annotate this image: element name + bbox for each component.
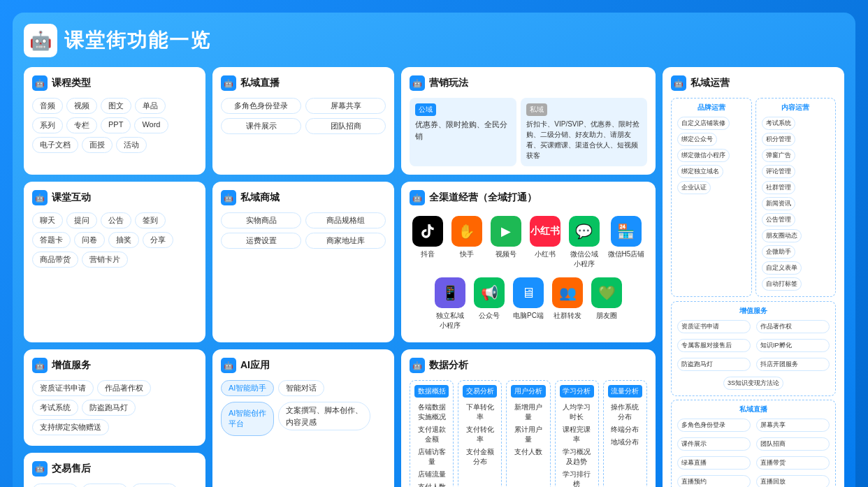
channel-icon: 🤖 [410, 190, 425, 205]
live-multirole: 多角色身份登录 [221, 98, 301, 114]
douyin-icon [412, 216, 443, 247]
mall-icon: 🤖 [221, 190, 236, 205]
transaction-card: 🤖 交易售后 订单管理 售后维权 订单评价 收付款设置 结算中心 提现管理 [24, 453, 205, 488]
traffic-title: 流量分析 [608, 385, 642, 398]
study-item1: 人均学习时长 [560, 401, 594, 423]
marketing-inner: 公域 优惠券、限时抢购、全民分销 私域 折扣卡、VIP/SVIP、优惠券、限时抢… [410, 98, 647, 166]
main-grid: 🤖 课程类型 音频 视频 图文 单品 系列 专栏 PPT Word 电子文档 面… [24, 67, 844, 487]
app-icon: 🤖 [24, 24, 57, 57]
value-added-title: 🤖 增值服务 [32, 358, 197, 373]
study-title: 学习分析 [560, 385, 594, 398]
data-col-summary: 数据概括 各端数据实施概况 支付退款金额 店铺访客量 店铺流量 支付人数 支付订… [410, 380, 454, 487]
page-header: 🤖 课堂街功能一览 [24, 24, 844, 57]
channel-kuaishou: ✋ 快手 [451, 216, 482, 269]
channel-icons: 抖音 ✋ 快手 ▶ 视频号 小红书 小红书 💬 微信公域小程序 [410, 212, 647, 334]
channel-title: 🤖 全渠道经营（全域打通） [410, 190, 647, 205]
pengyou-icon: 💚 [591, 277, 622, 308]
duli-icon: 📱 [435, 277, 465, 308]
va-item7: 3S知识变现方法论 [723, 377, 783, 390]
brand-item5: 企业认证 [677, 181, 711, 194]
tag-refund: 售后维权 [82, 484, 128, 488]
traffic-item3: 地域分布 [608, 436, 642, 449]
cont-item2: 积分管理 [762, 133, 795, 146]
channel-duli: 📱 独立私域小程序 [435, 277, 465, 330]
transaction-tags: 订单管理 售后维权 订单评价 收付款设置 结算中心 提现管理 [32, 484, 197, 488]
private-ops-title: 🤖 私域运营 [671, 75, 836, 91]
brand-item1: 自定义店铺装修 [677, 117, 730, 130]
channel-weixinh5: 🏪 微信H5店铺 [608, 216, 645, 269]
marketing-private: 私域 折扣卡、VIP/SVIP、优惠券、限时抢购、二级分销、好友助力、请朋友看、… [521, 98, 647, 166]
page-container: 🤖 课堂街功能一览 🤖 课程类型 音频 视频 图文 单品 系列 专栏 PPT W… [13, 13, 855, 487]
va-item4: 知识IP孵化 [756, 339, 830, 352]
pl-item2: 屏幕共享 [756, 419, 830, 432]
marketing-public: 公域 优惠券、限时抢购、全民分销 [410, 98, 516, 166]
channel-title-text: 全渠道经营（全域打通） [429, 191, 537, 204]
trade-item3: 支付金额分布 [463, 446, 497, 468]
ai-top-row: AI智能助手 智能对话 [221, 380, 386, 396]
private-mall-title: 🤖 私域商城 [221, 190, 386, 205]
private-live2-section: 私域直播 多角色身份登录 屏幕共享 课件展示 团队招商 绿幕直播 直播带货 直播… [671, 400, 836, 487]
pl-item6: 直播带货 [756, 456, 830, 470]
duli-label: 独立私域小程序 [436, 311, 464, 330]
data-icon: 🤖 [410, 358, 425, 373]
content-ops-title: 内容运营 [760, 103, 832, 112]
va-item6: 抖店开团服务 [756, 358, 830, 371]
brand-ops-title: 品牌运营 [676, 103, 747, 112]
tag-goods: 商品带货 [32, 252, 78, 268]
tag-video: 视频 [66, 98, 97, 114]
channel-wechat: 💬 微信公域小程序 [569, 216, 600, 269]
shequn-label: 社群转发 [554, 311, 581, 321]
tag-ebook: 电子文档 [32, 137, 78, 153]
douyin-label: 抖音 [421, 249, 435, 259]
course-types-card: 🤖 课程类型 音频 视频 图文 单品 系列 专栏 PPT Word 电子文档 面… [24, 67, 205, 175]
content-ops-items: 考试系统 积分管理 弹窗广告 评论管理 社群管理 新闻资讯 公告管理 朋友圈动态… [760, 115, 832, 292]
live-team: 团队招商 [305, 118, 386, 134]
gongzhong-label: 公众号 [479, 311, 500, 321]
shipin-icon: ▶ [491, 216, 521, 247]
tag-lottery: 抽奖 [108, 232, 139, 248]
marketing-icon: 🤖 [410, 75, 425, 91]
wechat-icon: 💬 [569, 216, 600, 247]
study-item3: 学习概况及趋势 [560, 446, 594, 468]
tag-survey: 问卷 [74, 232, 105, 248]
diannao-label: 电脑PC端 [513, 311, 544, 321]
tag-signin: 签到 [135, 212, 166, 228]
pl-item1: 多角色身份登录 [677, 419, 751, 432]
tag-exam: 考试系统 [32, 400, 78, 416]
classroom-interaction-title: 🤖 课堂互动 [32, 190, 197, 205]
tag-physical: 支持绑定实物赠送 [32, 419, 109, 435]
channel-shequn: 👥 社群转发 [552, 277, 583, 330]
private-badge: 私域 [526, 103, 547, 116]
tag-series: 系列 [32, 117, 63, 133]
public-content: 优惠券、限时抢购、全民分销 [415, 119, 511, 142]
sum-item3: 店铺访客量 [414, 446, 449, 468]
private-live2-grid: 多角色身份登录 屏幕共享 课件展示 团队招商 绿幕直播 直播带货 直播预约 直播… [676, 417, 831, 487]
weixinh5-label: 微信H5店铺 [608, 249, 645, 259]
brand-ops-items: 自定义店铺装修 绑定公众号 绑定微信小程序 绑定独立域名 企业认证 [676, 115, 747, 196]
study-item4: 学习排行榜 [560, 468, 594, 487]
tag-cert: 资质证书申请 [32, 380, 94, 396]
private-content: 折扣卡、VIP/SVIP、优惠券、限时抢购、二级分销、好友助力、请朋友看、买课赠… [526, 119, 642, 161]
channel-xiaohong: 小红书 小红书 [530, 216, 560, 269]
tag-review: 订单评价 [131, 484, 178, 488]
live-courseware: 课件展示 [221, 118, 301, 134]
content-ops-section: 内容运营 考试系统 积分管理 弹窗广告 评论管理 社群管理 新闻资讯 公告管理 … [755, 98, 837, 297]
cont-item6: 新闻资讯 [762, 197, 795, 210]
shequn-icon: 👥 [552, 277, 583, 308]
ai-create-row: AI智能创作平台 文案撰写、脚本创作、内容灵感 [221, 402, 386, 436]
va-item2: 作品著作权 [756, 320, 830, 333]
classroom-interaction-card: 🤖 课堂互动 聊天 提问 公告 签到 答题卡 问卷 抽奖 分享 商品带货 营销卡… [24, 182, 205, 342]
data-col-trade: 交易分析 下单转化率 支付转化率 支付金额分布 [458, 380, 502, 487]
ai-icon: 🤖 [221, 358, 236, 373]
marketing-title: 🤖 营销玩法 [410, 75, 647, 91]
mall-address: 商家地址库 [305, 233, 386, 249]
tag-question: 提问 [66, 212, 97, 228]
tag-order: 订单管理 [32, 484, 78, 488]
value-icon: 🤖 [32, 358, 48, 373]
data-title-text: 数据分析 [429, 359, 468, 372]
pl-item3: 课件展示 [677, 437, 751, 451]
live-screen: 屏幕共享 [305, 98, 386, 114]
user-item1: 新增用户量 [511, 401, 545, 423]
trade-item2: 支付转化率 [463, 423, 497, 446]
channel-diannao: 🖥 电脑PC端 [513, 277, 544, 330]
